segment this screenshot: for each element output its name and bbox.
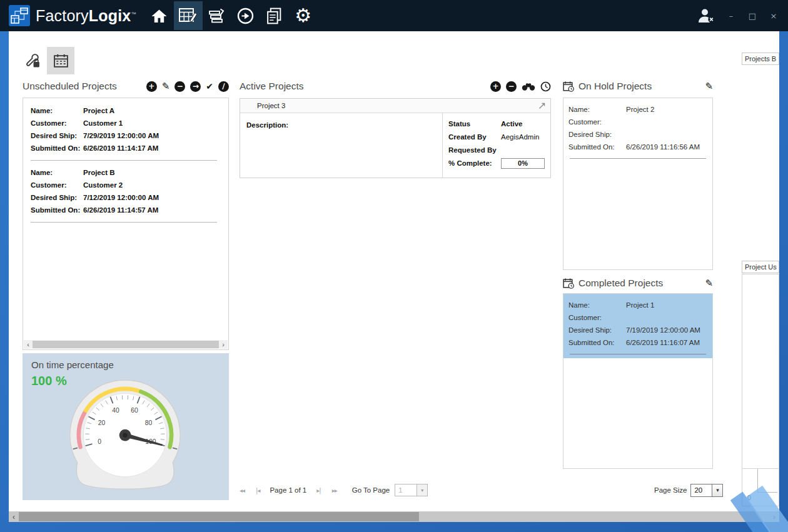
completed-project-row-selected[interactable]: Name:Project 1 Customer: Desired Ship:7/… bbox=[563, 294, 712, 358]
on-hold-projects-title: On Hold Projects bbox=[578, 81, 652, 92]
row-separator bbox=[31, 160, 217, 161]
nav-settings-button[interactable]: ⚙ bbox=[289, 1, 318, 30]
pager: ◂◂ |◂ Page 1 of 1 ▸| ▸▸ Go To Page ▾ bbox=[240, 483, 565, 498]
status-label: Status bbox=[448, 118, 501, 131]
app-title-logix: Logix bbox=[89, 7, 131, 24]
add-project-button[interactable]: + bbox=[146, 81, 157, 92]
close-button[interactable]: × bbox=[768, 11, 779, 21]
previous-page-icon[interactable]: |◂ bbox=[256, 487, 260, 494]
unscheduled-project-row[interactable]: Name:Project A Customer:Customer 1 Desir… bbox=[31, 104, 221, 154]
scroll-right-icon[interactable]: › bbox=[219, 341, 228, 348]
go-to-page-input[interactable] bbox=[395, 484, 417, 496]
active-project-description: Description: bbox=[240, 113, 442, 178]
history-clock-icon[interactable] bbox=[540, 81, 551, 92]
unscheduled-projects-title: Unscheduled Projects bbox=[23, 81, 146, 92]
main-horizontal-scrollbar[interactable]: ‹ › bbox=[9, 511, 779, 522]
go-to-page-dropdown-icon[interactable]: ▾ bbox=[417, 484, 428, 496]
projects-by-tab-label: Projects B bbox=[745, 55, 776, 63]
row-separator bbox=[570, 354, 706, 358]
project-customer: Customer 2 bbox=[83, 179, 123, 191]
svg-text:80: 80 bbox=[145, 419, 153, 426]
remove-project-button[interactable]: − bbox=[174, 81, 185, 92]
customer-label: Customer: bbox=[31, 117, 83, 129]
requested-by-label: Requested By bbox=[448, 144, 501, 157]
completed-projects-title: Completed Projects bbox=[578, 278, 663, 289]
nav-reports-button[interactable] bbox=[260, 1, 289, 30]
tab-scheduling[interactable] bbox=[47, 47, 74, 74]
active-projects-toolbar: + − bbox=[490, 81, 551, 92]
project-us-tab-label: Project Us bbox=[745, 263, 777, 271]
gear-icon: ⚙ bbox=[295, 6, 311, 25]
active-project-title: Project 3 bbox=[257, 102, 285, 109]
completed-projects-header: Completed Projects ✎ bbox=[563, 276, 713, 291]
active-project-card[interactable]: Project 3 Description: Status Active bbox=[240, 98, 551, 178]
percent-complete-label: % Complete: bbox=[448, 157, 501, 170]
created-by-value: AegisAdmin bbox=[501, 131, 539, 144]
page-size-dropdown-icon[interactable]: ▾ bbox=[712, 484, 723, 497]
page-size-value[interactable]: 20 bbox=[690, 484, 712, 497]
project-name: Project A bbox=[83, 104, 114, 117]
submitted-on-label: Submitted On: bbox=[568, 141, 626, 153]
edit-completed-icon[interactable]: ✎ bbox=[705, 279, 713, 288]
logout-user-icon[interactable] bbox=[697, 8, 715, 24]
reports-documents-icon bbox=[266, 7, 283, 25]
project-us-tab[interactable]: Project Us bbox=[742, 261, 779, 273]
search-binoculars-icon[interactable] bbox=[522, 83, 535, 91]
submitted-on-label: Submitted On: bbox=[31, 142, 83, 154]
unscheduled-project-row[interactable]: Name:Project B Customer:Customer 2 Desir… bbox=[31, 166, 221, 216]
nav-home-button[interactable] bbox=[145, 1, 174, 30]
scrollbar-thumb[interactable] bbox=[19, 512, 419, 521]
home-icon bbox=[151, 8, 168, 24]
edit-project-icon[interactable]: ✎ bbox=[162, 82, 170, 91]
on-time-gauge: 0 20 40 60 80 100 bbox=[41, 379, 209, 492]
project-submitted-on: 6/26/2019 11:16:56 AM bbox=[626, 141, 700, 153]
maximize-button[interactable]: □ bbox=[747, 11, 758, 21]
next-page-icon[interactable]: ▸| bbox=[316, 487, 320, 494]
scroll-left-icon[interactable]: ‹ bbox=[24, 341, 33, 348]
desired-ship-label: Desired Ship: bbox=[568, 128, 626, 141]
nav-planning-button[interactable] bbox=[174, 1, 203, 30]
move-project-button[interactable]: → bbox=[190, 81, 201, 92]
main-content: Unscheduled Projects + ✎ − → ✔ ∕ Name:Pr… bbox=[9, 31, 779, 511]
first-page-icon[interactable]: ◂◂ bbox=[240, 487, 245, 494]
calendar-clock-icon bbox=[563, 278, 574, 289]
desired-ship-label: Desired Ship: bbox=[31, 191, 83, 204]
page-size-control: Page Size 20 ▾ bbox=[654, 483, 723, 498]
projects-by-tab[interactable]: Projects B bbox=[742, 53, 779, 65]
accept-check-icon[interactable]: ✔ bbox=[206, 82, 213, 91]
edit-on-hold-icon[interactable]: ✎ bbox=[705, 82, 713, 91]
expand-icon[interactable] bbox=[538, 103, 545, 109]
desired-ship-label: Desired Ship: bbox=[31, 129, 83, 142]
scroll-left-icon[interactable]: ‹ bbox=[9, 513, 19, 521]
nav-dispatch-button[interactable] bbox=[231, 1, 260, 30]
svg-text:20: 20 bbox=[98, 419, 106, 426]
project-us-panel bbox=[742, 274, 779, 469]
app-title: FactoryLogix™ bbox=[36, 7, 136, 25]
cancel-slash-button[interactable]: ∕ bbox=[218, 81, 229, 92]
nav-production-button[interactable] bbox=[203, 1, 231, 30]
svg-text:60: 60 bbox=[131, 407, 138, 414]
active-project-card-header[interactable]: Project 3 bbox=[240, 99, 550, 113]
created-by-label: Created By bbox=[448, 131, 501, 144]
status-value: Active bbox=[501, 118, 523, 131]
remove-active-project-button[interactable]: − bbox=[506, 81, 517, 92]
list-horizontal-scrollbar[interactable]: ‹ › bbox=[24, 340, 228, 349]
add-active-project-button[interactable]: + bbox=[490, 81, 501, 92]
factorylogix-window: FactoryLogix™ bbox=[0, 0, 788, 532]
project-name: Project 2 bbox=[626, 103, 654, 116]
minimize-button[interactable]: – bbox=[725, 11, 737, 21]
active-projects-header: Active Projects + − bbox=[240, 79, 551, 94]
project-name: Project 1 bbox=[626, 299, 654, 311]
on-hold-projects-list: Name:Project 2 Customer: Desired Ship: S… bbox=[563, 98, 713, 270]
scrollbar-thumb[interactable] bbox=[33, 341, 219, 348]
main-navigation: ⚙ bbox=[145, 0, 318, 31]
name-label: Name: bbox=[31, 104, 83, 117]
description-label: Description: bbox=[246, 121, 288, 129]
name-label: Name: bbox=[568, 103, 626, 116]
submitted-on-label: Submitted On: bbox=[568, 336, 626, 349]
on-hold-project-row[interactable]: Name:Project 2 Customer: Desired Ship: S… bbox=[563, 98, 712, 159]
last-page-icon[interactable]: ▸▸ bbox=[332, 487, 337, 494]
tab-configuration[interactable] bbox=[19, 47, 46, 74]
gauge-title: On time percentage bbox=[31, 359, 220, 370]
submitted-on-label: Submitted On: bbox=[31, 204, 83, 216]
